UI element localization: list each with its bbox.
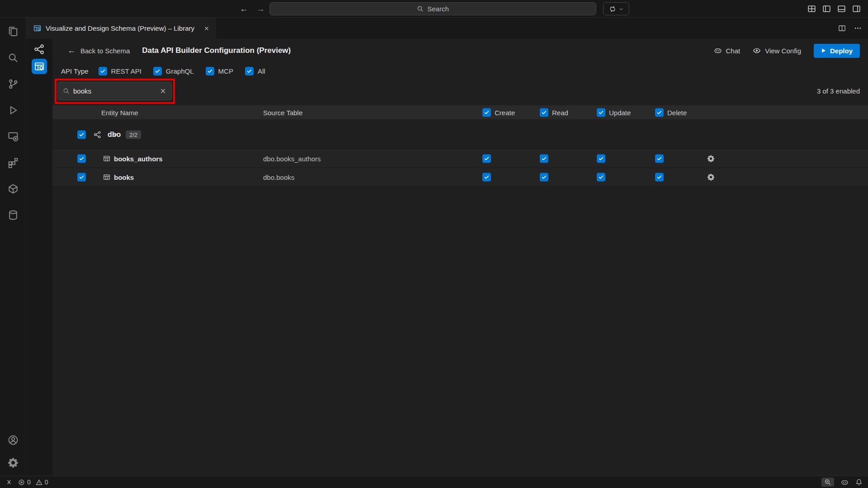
back-arrow-icon[interactable]: ← xyxy=(240,4,248,14)
schema-group-name: dbo xyxy=(108,131,121,139)
chevron-down-icon xyxy=(618,6,624,12)
checkbox-create[interactable] xyxy=(482,173,491,182)
schema-visualizer-button[interactable] xyxy=(32,42,47,56)
activity-bar xyxy=(0,18,26,476)
table-row-books-authors[interactable]: books_authors dbo.books_authors xyxy=(52,149,868,168)
search-icon xyxy=(8,52,19,63)
create-label: Create xyxy=(495,108,515,116)
checkbox-update[interactable] xyxy=(597,154,605,163)
table-row-books[interactable]: books dbo.books xyxy=(52,168,868,187)
activity-source-control[interactable] xyxy=(0,71,26,97)
zoom-icon xyxy=(824,479,831,486)
more-actions-icon[interactable] xyxy=(854,24,862,32)
panel-header: ← Back to Schema Data API Builder Config… xyxy=(52,39,868,62)
customize-layout-icon[interactable] xyxy=(807,5,816,13)
checkbox-graphql[interactable] xyxy=(153,67,162,75)
row-settings-gear-icon[interactable] xyxy=(707,155,715,162)
files-icon xyxy=(8,26,19,37)
tab-close-icon[interactable] xyxy=(203,25,210,32)
table-icon xyxy=(103,155,110,162)
command-center-search[interactable]: Search xyxy=(269,2,596,15)
view-config-button[interactable]: View Config xyxy=(753,47,801,55)
checkbox-update[interactable] xyxy=(597,173,605,182)
checkbox-create[interactable] xyxy=(482,154,491,163)
table-header-row: Entity Name Source Table Create Read Upd… xyxy=(52,105,868,119)
schema-icon xyxy=(94,131,101,139)
filter-mcp[interactable]: MCP xyxy=(206,67,233,75)
editor-tabbar: Visualize and Design Schema (Preview) – … xyxy=(26,18,868,39)
api-type-label: API Type xyxy=(61,67,89,75)
source-table-header: Source Table xyxy=(263,108,302,116)
activity-database[interactable] xyxy=(0,202,26,228)
titlebar-layout-controls xyxy=(807,0,861,18)
row-checkbox[interactable] xyxy=(77,154,86,163)
activity-extensions[interactable] xyxy=(0,150,26,176)
schema-designer-icon xyxy=(33,24,41,32)
chat-label: Chat xyxy=(726,47,741,55)
filter-graphql[interactable]: GraphQL xyxy=(153,67,194,75)
toggle-secondary-sidebar-icon[interactable] xyxy=(852,5,861,13)
toggle-sidebar-icon[interactable] xyxy=(822,5,831,13)
filter-rest-api[interactable]: REST API xyxy=(99,67,142,75)
header-checkbox-delete[interactable] xyxy=(655,108,664,117)
data-api-builder-button[interactable] xyxy=(32,59,47,74)
mcp-label: MCP xyxy=(218,67,233,75)
history-nav: ← → xyxy=(240,0,265,18)
create-header: Create xyxy=(482,108,515,117)
activity-explorer[interactable] xyxy=(0,19,26,45)
group-checkbox[interactable] xyxy=(77,131,86,139)
tab-actions xyxy=(838,18,862,39)
table-icon xyxy=(103,174,110,181)
error-count: 0 xyxy=(27,479,31,486)
chat-button[interactable]: Chat xyxy=(714,47,741,55)
activity-database-projects[interactable] xyxy=(0,176,26,202)
toggle-panel-icon[interactable] xyxy=(837,5,846,13)
activity-search[interactable] xyxy=(0,45,26,71)
checkbox-read[interactable] xyxy=(540,154,548,163)
gear-icon xyxy=(8,457,19,468)
rest-api-label: REST API xyxy=(111,67,142,75)
annotation-highlight-box xyxy=(55,79,175,104)
activity-run-debug[interactable] xyxy=(0,97,26,123)
zoom-status-item[interactable] xyxy=(821,478,834,487)
deploy-button[interactable]: Deploy xyxy=(814,44,860,58)
copilot-icon xyxy=(714,47,722,55)
graphql-label: GraphQL xyxy=(166,67,194,75)
schema-group-row[interactable]: dbo 2/2 xyxy=(52,125,868,144)
deploy-label: Deploy xyxy=(830,47,853,55)
extensions-icon xyxy=(8,157,19,168)
row-checkbox[interactable] xyxy=(77,173,86,182)
remote-indicator[interactable] xyxy=(5,479,13,486)
problems-indicator[interactable]: 0 0 xyxy=(18,479,48,486)
filter-all[interactable]: All xyxy=(245,67,265,75)
status-bar: 0 0 xyxy=(0,476,868,488)
remote-monitor-x-icon xyxy=(8,131,19,142)
activity-account[interactable] xyxy=(0,429,26,451)
checkbox-delete[interactable] xyxy=(655,173,664,182)
entity-name-header: Entity Name xyxy=(101,108,138,116)
header-checkbox-create[interactable] xyxy=(482,108,491,117)
run-tasks-control[interactable] xyxy=(603,2,629,15)
row-settings-gear-icon[interactable] xyxy=(707,174,715,181)
checkbox-all[interactable] xyxy=(245,67,254,75)
command-center-label: Search xyxy=(427,5,449,13)
checkbox-delete[interactable] xyxy=(655,154,664,163)
update-label: Update xyxy=(609,108,631,116)
header-checkbox-read[interactable] xyxy=(540,108,548,117)
dab-configuration-panel: ← Back to Schema Data API Builder Config… xyxy=(52,39,868,476)
copilot-status-icon[interactable] xyxy=(841,479,849,486)
activity-remote-explorer[interactable] xyxy=(0,123,26,150)
enabled-summary: 3 of 3 enabled xyxy=(817,87,860,95)
header-checkbox-update[interactable] xyxy=(597,108,605,117)
split-editor-icon[interactable] xyxy=(838,24,846,32)
notifications-bell-icon[interactable] xyxy=(855,479,863,486)
checkbox-read[interactable] xyxy=(540,173,548,182)
checkbox-rest-api[interactable] xyxy=(99,67,107,75)
source-table: dbo.books_authors xyxy=(263,155,321,162)
checkbox-mcp[interactable] xyxy=(206,67,214,75)
tab-visualize-design-schema[interactable]: Visualize and Design Schema (Preview) – … xyxy=(26,18,216,39)
activity-settings[interactable] xyxy=(0,451,26,474)
forward-arrow-icon[interactable]: → xyxy=(256,4,265,14)
back-to-schema-button[interactable]: ← Back to Schema xyxy=(67,46,130,56)
group-count-badge: 2/2 xyxy=(126,131,141,139)
